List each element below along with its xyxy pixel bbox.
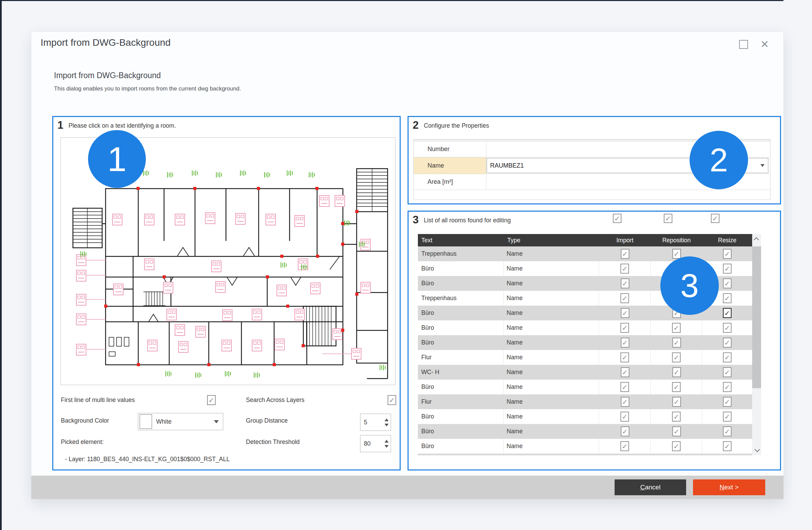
import-checkbox[interactable] xyxy=(620,412,629,422)
step2-header: 2 Configure the Properties xyxy=(413,120,489,130)
import-checkbox[interactable] xyxy=(620,264,629,274)
column-header-reposition: Reposition xyxy=(651,237,702,244)
import-checkbox[interactable] xyxy=(621,426,629,436)
reposition-checkbox[interactable] xyxy=(672,352,681,362)
background-top-edge xyxy=(0,0,783,1)
first-line-checkbox[interactable] xyxy=(207,395,216,405)
import-checkbox[interactable] xyxy=(620,293,629,303)
resize-checkbox[interactable] xyxy=(723,249,732,259)
resize-checkbox[interactable] xyxy=(723,412,732,422)
spin-down-icon[interactable] xyxy=(385,445,389,448)
resize-checkbox[interactable] xyxy=(723,352,732,362)
import-checkbox[interactable] xyxy=(620,323,629,333)
room-type: Name xyxy=(504,454,599,455)
group-distance-label: Group Distance xyxy=(246,417,288,424)
room-type: Name xyxy=(504,424,599,439)
room-text: Büro xyxy=(418,306,504,320)
spin-up-icon[interactable] xyxy=(385,418,389,421)
step2-badge: 2 xyxy=(690,131,748,189)
close-icon[interactable]: ✕ xyxy=(760,40,769,49)
column-header-import: Import xyxy=(599,237,651,244)
detection-threshold-stepper[interactable]: 80 xyxy=(360,435,391,452)
import-checkbox[interactable] xyxy=(621,308,629,318)
room-type: Name xyxy=(504,291,599,306)
resize-checkbox[interactable] xyxy=(723,441,732,451)
reposition-checkbox[interactable] xyxy=(672,249,681,259)
next-button[interactable]: Next > xyxy=(693,479,765,495)
import-checkbox[interactable] xyxy=(621,367,629,377)
background-color-dropdown[interactable]: White xyxy=(138,413,223,430)
import-checkbox[interactable] xyxy=(620,441,629,451)
table-row[interactable]: Büro Name xyxy=(418,335,752,350)
import-checkbox[interactable] xyxy=(621,249,629,259)
import-checkbox[interactable] xyxy=(621,397,629,407)
group-distance-stepper[interactable]: 5 xyxy=(360,414,391,431)
reposition-checkbox[interactable] xyxy=(672,323,681,333)
resize-checkbox[interactable] xyxy=(723,397,732,407)
maximize-icon[interactable] xyxy=(739,40,748,49)
table-row[interactable]: Büro Name xyxy=(418,320,752,335)
picked-layer-text: - Layer: 1180_BES_440_INS-ELT_KG_001$0$0… xyxy=(65,456,230,463)
resize-checkbox[interactable] xyxy=(723,323,732,333)
column-header-text: Text xyxy=(418,237,504,244)
page-title: Import from DWG-Background xyxy=(54,71,161,80)
scroll-up-icon[interactable] xyxy=(752,234,761,244)
table-row[interactable]: Büro Name xyxy=(418,424,752,439)
scroll-down-icon[interactable] xyxy=(752,445,761,455)
resize-checkbox[interactable] xyxy=(723,264,732,274)
room-type: Name xyxy=(504,439,599,454)
screen: Import from DWG-Background ✕ Import from… xyxy=(0,0,812,530)
select-all-resize-checkbox[interactable] xyxy=(711,214,719,223)
reposition-checkbox[interactable] xyxy=(672,426,681,436)
table-row[interactable]: Flur Name xyxy=(418,350,752,365)
table-row[interactable]: Flur Name xyxy=(418,394,752,409)
reposition-checkbox[interactable] xyxy=(672,338,681,348)
table-row[interactable]: WC- H Name xyxy=(418,365,752,380)
room-type: Name xyxy=(504,394,599,409)
resize-checkbox[interactable] xyxy=(723,426,732,436)
resize-checkbox[interactable] xyxy=(723,338,732,348)
room-type: Name xyxy=(504,380,599,394)
cancel-button[interactable]: Cancel xyxy=(615,479,686,495)
reposition-checkbox[interactable] xyxy=(672,367,681,377)
resize-checkbox[interactable] xyxy=(723,382,732,392)
reposition-checkbox[interactable] xyxy=(672,412,681,422)
detection-threshold-label: Detection Threshold xyxy=(246,438,300,446)
resize-checkbox[interactable] xyxy=(723,278,732,288)
table-row[interactable]: Büro Name xyxy=(418,454,752,455)
import-checkbox[interactable] xyxy=(620,382,629,392)
room-type: Name xyxy=(504,306,599,320)
search-across-layers-label: Search Across Layers xyxy=(246,396,304,404)
resize-checkbox[interactable] xyxy=(723,293,732,303)
resize-checkbox[interactable] xyxy=(723,308,732,318)
select-all-reposition-checkbox[interactable] xyxy=(664,214,672,223)
dialog-footer: Cancel Next > xyxy=(31,476,783,499)
scrollbar-thumb[interactable] xyxy=(752,246,761,388)
room-text: Treppenhaus xyxy=(418,291,504,306)
select-all-import-checkbox[interactable] xyxy=(613,214,621,223)
color-swatch xyxy=(140,414,152,429)
rooms-table-scrollbar[interactable] xyxy=(752,234,761,455)
import-checkbox[interactable] xyxy=(620,352,629,362)
room-text: Büro xyxy=(418,276,504,291)
table-row[interactable]: Büro Name xyxy=(418,439,752,454)
spin-up-icon[interactable] xyxy=(385,440,389,443)
room-text: Büro xyxy=(418,409,504,424)
chevron-down-icon[interactable] xyxy=(760,164,765,167)
table-row[interactable]: Büro Name xyxy=(418,409,752,424)
table-row[interactable]: Büro Name xyxy=(418,380,752,394)
search-across-layers-checkbox[interactable] xyxy=(388,395,396,405)
name-label: Name xyxy=(414,157,486,174)
spin-down-icon[interactable] xyxy=(385,424,389,426)
background-color-label: Background Color xyxy=(61,417,109,424)
reposition-checkbox[interactable] xyxy=(672,397,681,407)
properties-table-footer xyxy=(414,190,770,200)
window-controls: ✕ xyxy=(739,40,769,49)
reposition-checkbox[interactable] xyxy=(672,441,681,451)
resize-checkbox[interactable] xyxy=(723,367,732,377)
room-type: Name xyxy=(504,350,599,365)
reposition-checkbox[interactable] xyxy=(672,382,681,392)
import-checkbox[interactable] xyxy=(621,338,629,348)
import-checkbox[interactable] xyxy=(621,278,629,288)
room-type: Name xyxy=(504,320,599,335)
